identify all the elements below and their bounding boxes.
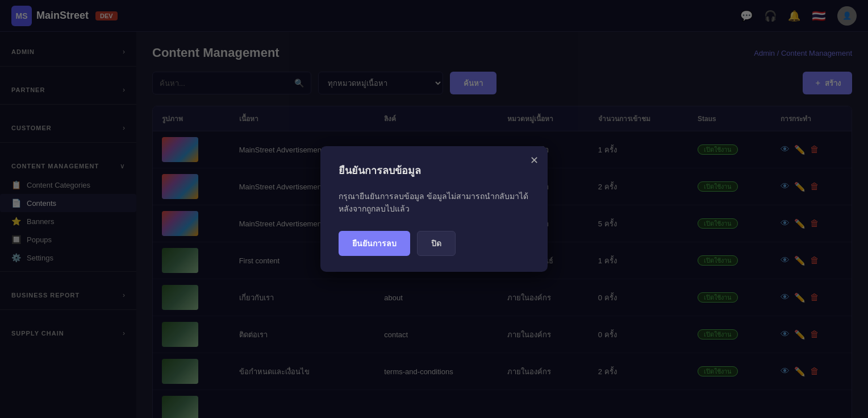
modal-close-button[interactable]: ✕ bbox=[530, 154, 539, 167]
confirm-delete-modal: ✕ ยืนยันการลบข้อมูล กรุณายืนยันการลบข้อม… bbox=[320, 146, 548, 272]
modal-body: กรุณายืนยันการลบข้อมูล ข้อมูลไม่สามารถนำ… bbox=[339, 190, 529, 216]
modal-overlay[interactable]: ✕ ยืนยันการลบข้อมูล กรุณายืนยันการลบข้อม… bbox=[0, 0, 868, 418]
modal-actions: ยืนยันการลบ ปิด bbox=[339, 231, 529, 256]
modal-title: ยืนยันการลบข้อมูล bbox=[339, 162, 529, 179]
confirm-delete-button[interactable]: ยืนยันการลบ bbox=[339, 231, 410, 256]
modal-close-action-button[interactable]: ปิด bbox=[417, 231, 456, 256]
